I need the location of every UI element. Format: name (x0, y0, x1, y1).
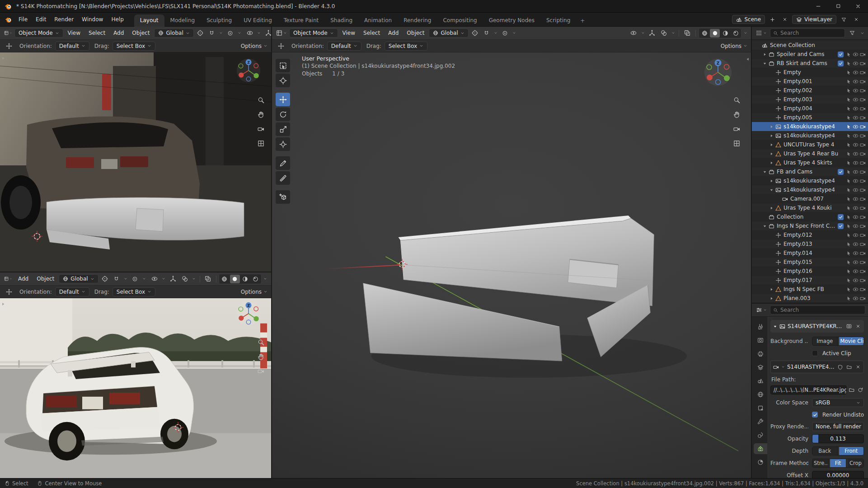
tab-modeling[interactable]: Modeling (164, 14, 201, 27)
vp-main-snap-toggle[interactable] (481, 28, 492, 38)
vp-bl-snap-options-button[interactable] (123, 274, 129, 284)
hide-in-viewport-toggle[interactable] (853, 115, 859, 121)
scene-selector[interactable]: Scene (732, 15, 765, 24)
outliner-row[interactable]: Uras Type 4 Kouki (752, 203, 868, 212)
reload-file-button[interactable] (857, 385, 864, 395)
expand-toggle[interactable] (761, 52, 768, 56)
vp-bl-menu-object[interactable]: Object (33, 274, 58, 283)
properties-search-input[interactable] (780, 307, 862, 313)
vp-bl-transform-orientation[interactable]: Global (59, 274, 98, 283)
viewlayer-selector[interactable]: ViewLayer (792, 15, 836, 24)
collection-checkbox[interactable] (838, 61, 844, 66)
outliner-row[interactable]: Camera.007 (752, 194, 868, 203)
viewport-main-content[interactable]: User Perspective (1) Scene Collection | … (272, 52, 751, 478)
nav-hand-button[interactable] (255, 351, 267, 362)
frame-method-segment-stre[interactable]: Stre... (812, 459, 829, 467)
disable-in-renders-toggle[interactable] (860, 70, 866, 75)
vp-main-mode-select[interactable]: Object Mode (289, 28, 338, 38)
outliner-row[interactable]: Empty.012 (752, 230, 868, 239)
menu-window[interactable]: Window (78, 14, 107, 24)
select-toggle[interactable] (846, 124, 851, 129)
disable-in-renders-toggle[interactable] (860, 296, 866, 301)
hide-in-viewport-toggle[interactable] (853, 97, 859, 103)
tab-geometry-nodes[interactable]: Geometry Nodes (483, 14, 540, 27)
outliner-row[interactable]: UNCUTUras Type 4 (752, 140, 868, 149)
outliner-row[interactable]: Uras Type 4 Rear Bu (752, 149, 868, 158)
nav-camera-button[interactable] (255, 365, 267, 377)
disable-in-renders-toggle[interactable] (860, 214, 866, 220)
hide-in-viewport-toggle[interactable] (853, 214, 859, 220)
hide-in-viewport-toggle[interactable] (853, 250, 859, 256)
render-undistorted-checkbox[interactable] (812, 412, 818, 418)
vp-tl-pivot-point-button[interactable] (195, 28, 206, 38)
properties-tab-modifiers[interactable] (754, 416, 767, 427)
select-toggle[interactable] (846, 133, 851, 138)
tool-rotate[interactable] (276, 108, 290, 121)
hide-in-viewport-toggle[interactable] (853, 205, 859, 211)
select-toggle[interactable] (846, 296, 851, 301)
vp-tl-menu-view[interactable]: View (64, 28, 84, 38)
vp-main-pivot-point-button[interactable] (469, 28, 480, 38)
vp-tl-menu-add[interactable]: Add (110, 28, 127, 38)
tab-uv-editing[interactable]: UV Editing (238, 14, 278, 27)
vp-bl-menu-add[interactable]: Add (14, 274, 32, 283)
maximize-button[interactable] (828, 0, 848, 12)
hide-in-viewport-toggle[interactable] (853, 187, 859, 193)
tab-texture-paint[interactable]: Texture Paint (278, 14, 324, 27)
hide-in-viewport-toggle[interactable] (853, 70, 859, 75)
disable-in-renders-toggle[interactable] (860, 115, 866, 121)
select-toggle[interactable] (846, 287, 851, 292)
expand-toggle[interactable] (768, 125, 774, 129)
disable-in-renders-toggle[interactable] (860, 259, 866, 265)
menu-render[interactable]: Render (50, 14, 78, 24)
select-toggle[interactable] (846, 215, 851, 220)
nav-camera-button[interactable] (255, 123, 267, 135)
expand-toggle[interactable] (768, 296, 774, 300)
vp-main-shading-wireframe[interactable] (699, 29, 709, 38)
sidebar-toggle-arrow[interactable] (746, 57, 750, 61)
properties-tab-world[interactable] (754, 389, 767, 400)
outliner-row[interactable]: Empty.001 (752, 77, 868, 86)
unlink-scene-button[interactable] (779, 14, 790, 24)
disable-in-renders-toggle[interactable] (860, 124, 866, 130)
proxy-dropdown[interactable]: None, full render (812, 422, 864, 431)
vp-tl-orientation-select[interactable]: Default (55, 42, 89, 51)
disable-in-renders-toggle[interactable] (860, 241, 866, 247)
properties-tab-physics[interactable] (754, 430, 767, 441)
color-space-dropdown[interactable]: sRGB (812, 398, 864, 407)
vp-main-menu-view[interactable]: View (339, 28, 359, 38)
menu-file[interactable]: File (14, 14, 32, 24)
toolbar-toggle-arrow[interactable] (1, 56, 5, 61)
hide-in-viewport-toggle[interactable] (853, 178, 859, 184)
vp-tl-visibility-button[interactable] (244, 28, 255, 38)
add-workspace-tab[interactable]: + (576, 15, 589, 27)
depth-segment-back[interactable]: Back (812, 447, 838, 455)
navigation-gizmo[interactable]: Z (704, 58, 732, 87)
tool-move[interactable] (276, 93, 290, 106)
disable-in-renders-toggle[interactable] (860, 106, 866, 112)
select-toggle[interactable] (846, 151, 851, 156)
expand-toggle[interactable] (761, 61, 768, 66)
vp-bl-snap-toggle[interactable] (111, 274, 122, 284)
hide-in-viewport-toggle[interactable] (853, 133, 859, 139)
fake-user-button[interactable] (837, 362, 844, 372)
select-toggle[interactable] (846, 160, 851, 165)
outliner-row[interactable]: FB and Cams (752, 167, 868, 176)
nav-camera-button[interactable] (731, 123, 742, 135)
select-toggle[interactable] (846, 206, 851, 211)
properties-tab-render[interactable] (754, 335, 767, 346)
tab-shading[interactable]: Shading (324, 14, 358, 27)
outliner-row[interactable]: s14koukiurastype4 (752, 185, 868, 194)
vp-bl-orientation-select[interactable]: Default (55, 287, 89, 296)
select-toggle[interactable] (846, 70, 851, 75)
offset-x-field[interactable]: 0.00000 (812, 471, 864, 478)
hide-in-viewport-toggle[interactable] (853, 169, 859, 175)
nav-zoom-button[interactable] (731, 94, 742, 106)
select-toggle[interactable] (846, 97, 851, 102)
vp-tl-editor-type-button[interactable] (3, 28, 14, 38)
disable-in-renders-toggle[interactable] (860, 268, 866, 274)
viewport-main[interactable]: Object ModeViewSelectAddObjectGlobal Ori… (271, 27, 751, 478)
minimize-button[interactable] (808, 0, 828, 12)
remove-viewlayer-button[interactable] (851, 14, 862, 24)
select-toggle[interactable] (846, 197, 851, 202)
